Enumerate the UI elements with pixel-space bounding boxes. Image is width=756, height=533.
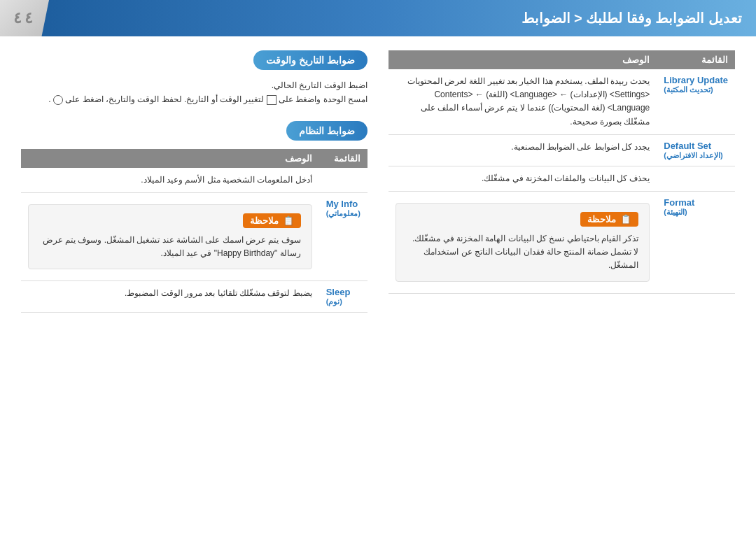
datetime-section-title: ضوابط التاريخ والوقت [253,50,368,70]
page-title: تعديل الضوابط وفقا لطلبك < الضوابط [522,10,742,27]
table-row: Sleep (نوم) يضبط لتوقف مشغّلك تلقائيا بع… [21,281,368,313]
myinfo-note-text: سوف يتم عرض اسمك على الشاشة عند تشغيل ال… [39,234,301,260]
system-table: القائمة الوصف أدخل الملعومات الشخصية مثل… [21,149,368,313]
system-item-desc-1: أدخل الملعومات الشخصية مثل الأسم وعيد ال… [21,168,319,193]
page-number: ٤٤ [13,9,36,27]
library-update-item: Library Update (تحديث المكتبة) [657,69,735,134]
myinfo-note-box: 📋 ملاحظة سوف يتم عرض اسمك على الشاشة عند… [28,204,312,269]
datetime-section: ضوابط التاريخ والوقت اضبط الوقت التاريخ … [21,50,368,107]
format-note-badge: 📋 ملاحظة [580,212,638,227]
system-table-col1: القائمة [319,149,368,168]
system-section: ضوابط النظام القائمة الوصف أدخل الملعوما… [21,121,368,313]
table-row: Library Update (تحديث المكتبة) يحدث ربيد… [388,69,735,134]
table-row: Default Set (الإعداد الافتراضي) يجدد كل … [388,134,735,166]
library-update-desc: يحدث ربيدة الملف. يستخدم هذا الخيار بعد … [388,69,657,134]
format-note-box: 📋 ملاحظة تذكر القيام باحتياطي نسخ كل الب… [396,203,650,282]
system-item-name-empty [319,168,368,193]
square-icon [267,95,276,105]
main-table: القائمة الوصف Library Update (تحديث المك… [388,50,735,294]
main-table-col1: القائمة [657,50,735,69]
system-item-sleep: Sleep (نوم) [319,281,368,313]
system-section-title: ضوابط النظام [286,121,368,141]
format-item: Format (التهيئة) [657,191,735,293]
table-row: أدخل الملعومات الشخصية مثل الأسم وعيد ال… [21,168,368,193]
datetime-desc1: اضبط الوقت التاريخ الحالي. امسح الوحدة و… [21,78,368,107]
default-set-item: Default Set (الإعداد الافتراضي) [657,134,735,166]
table-row: My Info (معلوماتي) 📋 ملاحظة سوف يتم عرض … [21,192,368,280]
delete-desc: يحذف كل البيانات والملفات المخزنة في مشغ… [388,166,657,191]
circle-icon [53,95,63,105]
system-item-sleep-desc: يضبط لتوقف مشغّلك تلقائيا بعد مرور الوقت… [21,281,319,313]
page-number-container: ٤٤ [0,0,49,36]
default-set-desc: يجدد كل اضوابط على الضوابط المصنعية. [388,134,657,166]
note-icon: 📋 [283,215,294,226]
table-row: يحذف كل البيانات والملفات المخزنة في مشغ… [388,166,735,191]
note-icon: 📋 [620,214,631,225]
empty-item [657,166,735,191]
right-panel: ضوابط التاريخ والوقت اضبط الوقت التاريخ … [21,50,368,519]
main-content: ضوابط التاريخ والوقت اضبط الوقت التاريخ … [0,36,756,533]
myinfo-note-badge: 📋 ملاحظة [243,213,301,228]
left-panel: القائمة الوصف Library Update (تحديث المك… [388,50,735,519]
system-table-col2: الوصف [21,149,319,168]
format-note-text: تذكر القيام باحتياطي نسخ كل البيانات اله… [407,232,638,273]
page-header: ٤٤ تعديل الضوابط وفقا لطلبك < الضوابط [0,0,756,36]
system-item-myinfo: My Info (معلوماتي) [319,192,368,280]
table-row: Format (التهيئة) 📋 ملاحظة تذكر القيام با… [388,191,735,293]
main-table-col2: الوصف [388,50,657,69]
